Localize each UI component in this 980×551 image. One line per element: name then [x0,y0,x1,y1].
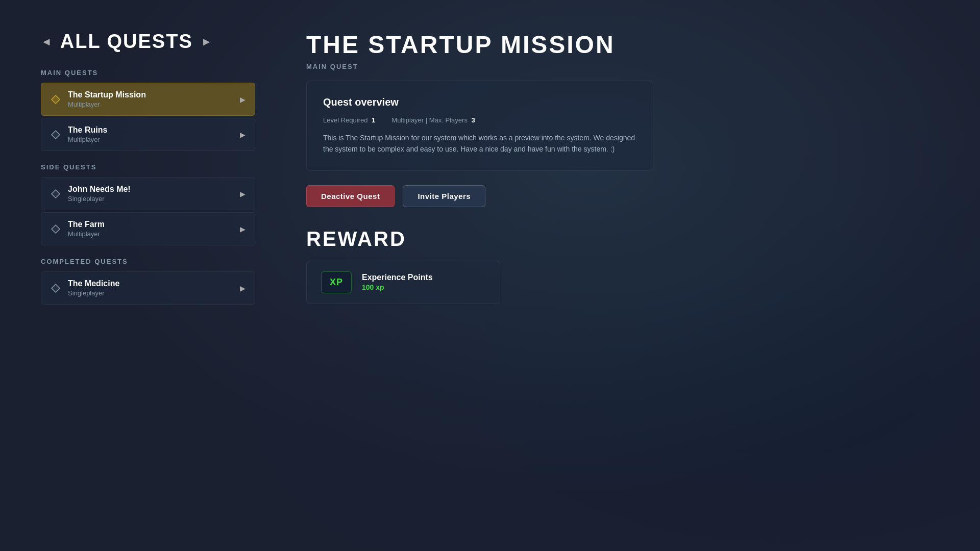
quest-item-startup-mission[interactable]: The Startup Mission Multiplayer ▶ [41,83,255,116]
quest-name: John Needs Me! [68,185,131,194]
quest-diamond-icon [51,189,61,199]
quest-item-farm[interactable]: The Farm Multiplayer ▶ [41,212,255,245]
nav-left-arrow[interactable]: ◄ [41,35,52,48]
reward-amount: 100 xp [362,283,433,291]
reward-info: Experience Points 100 xp [362,273,433,291]
quest-name: The Ruins [68,126,107,135]
quest-main-label: MAIN QUEST [306,63,939,70]
quest-name: The Medicine [68,279,119,288]
quest-name: The Startup Mission [68,90,146,99]
quest-item-left: The Startup Mission Multiplayer [51,90,146,108]
side-quests-label: SIDE QUESTS [41,163,255,171]
deactive-quest-button[interactable]: Deactive Quest [306,185,395,207]
completed-quests-label: COMPLETED QUESTS [41,258,255,265]
quest-arrow-icon: ▶ [240,131,246,139]
reward-name: Experience Points [362,273,433,282]
quest-arrow-icon: ▶ [240,284,246,292]
quest-name: The Farm [68,220,105,229]
quest-arrow-icon: ▶ [240,190,246,198]
level-required-meta: Level Required 1 [323,116,375,124]
quest-item-left: The Medicine Singleplayer [51,279,119,297]
quest-type: Multiplayer [68,101,146,108]
multiplayer-meta: Multiplayer | Max. Players 3 [391,116,475,124]
all-quests-header: ◄ ALL QUESTS ► [41,31,255,53]
left-panel: ◄ ALL QUESTS ► MAIN QUESTS The Startup M… [41,31,255,520]
overview-description: This is The Startup Mission for our syst… [323,132,636,155]
all-quests-title: ALL QUESTS [60,31,193,53]
quest-item-medicine[interactable]: The Medicine Singleplayer ▶ [41,271,255,305]
main-quests-list: The Startup Mission Multiplayer ▶ The Ru… [41,83,255,151]
completed-quests-list: The Medicine Singleplayer ▶ [41,271,255,305]
overview-title: Quest overview [323,96,636,108]
action-buttons: Deactive Quest Invite Players [306,185,939,207]
quest-overview-card: Quest overview Level Required 1 Multipla… [306,81,653,171]
quest-item-john[interactable]: John Needs Me! Singleplayer ▶ [41,177,255,210]
quest-item-left: The Ruins Multiplayer [51,126,107,143]
nav-right-arrow[interactable]: ► [201,35,212,48]
overview-meta: Level Required 1 Multiplayer | Max. Play… [323,116,636,124]
quest-main-title: THE STARTUP MISSION [306,31,939,59]
quest-type: Multiplayer [68,136,107,143]
xp-badge: XP [321,271,352,293]
reward-section-title: REWARD [306,228,939,251]
right-panel: THE STARTUP MISSION MAIN QUEST Quest ove… [296,31,939,520]
quest-diamond-icon [51,130,61,140]
side-quests-list: John Needs Me! Singleplayer ▶ The Farm [41,177,255,245]
quest-item-left: The Farm Multiplayer [51,220,105,238]
quest-diamond-icon [51,283,61,293]
quest-type: Singleplayer [68,195,131,203]
level-required-label: Level Required [323,116,368,124]
quest-diamond-icon [51,224,61,234]
quest-arrow-icon: ▶ [240,95,246,104]
invite-players-button[interactable]: Invite Players [403,185,485,207]
main-quests-label: MAIN QUESTS [41,69,255,77]
quest-item-ruins[interactable]: The Ruins Multiplayer ▶ [41,118,255,151]
multiplayer-label: Multiplayer | Max. Players [391,116,468,124]
reward-card: XP Experience Points 100 xp [306,261,500,304]
quest-diamond-icon [51,94,61,105]
quest-arrow-icon: ▶ [240,225,246,233]
quest-type: Multiplayer [68,230,105,238]
quest-type: Singleplayer [68,289,119,297]
multiplayer-value: 3 [472,116,475,124]
level-required-value: 1 [372,116,375,124]
quest-item-left: John Needs Me! Singleplayer [51,185,131,203]
